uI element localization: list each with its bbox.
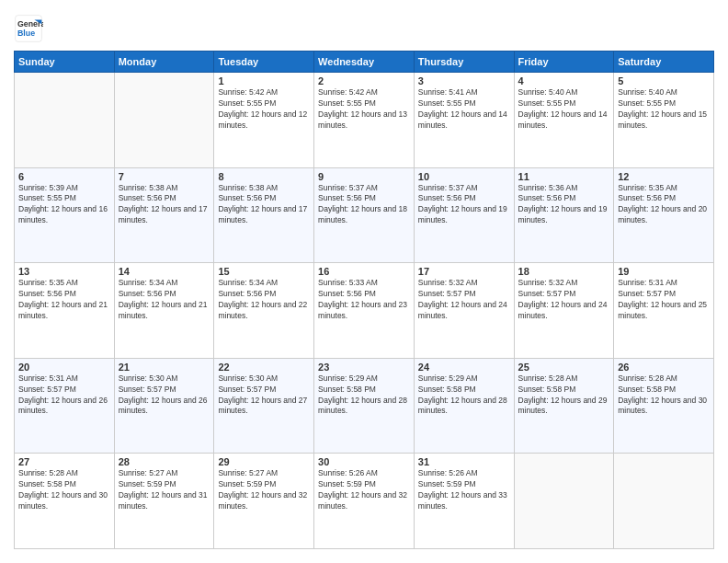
day-number: 9 [318,171,410,182]
day-detail: Sunrise: 5:34 AMSunset: 5:56 PMDaylight:… [119,278,210,322]
day-number: 26 [618,362,710,373]
logo-icon: General Blue [14,14,43,43]
calendar-cell: 3Sunrise: 5:41 AMSunset: 5:55 PMDaylight… [414,73,514,168]
day-number: 5 [618,75,710,86]
calendar-cell [114,73,214,168]
calendar-cell [15,73,115,168]
day-number: 3 [418,75,510,86]
day-number: 10 [418,171,510,182]
calendar-week-row-2: 6Sunrise: 5:39 AMSunset: 5:55 PMDaylight… [15,167,714,263]
page: General Blue SundayMondayTuesdayWednesda… [0,0,728,563]
calendar-cell: 17Sunrise: 5:32 AMSunset: 5:57 PMDayligh… [414,263,514,359]
calendar-cell: 25Sunrise: 5:28 AMSunset: 5:58 PMDayligh… [514,358,614,454]
calendar-header-tuesday: Tuesday [214,52,314,73]
day-detail: Sunrise: 5:28 AMSunset: 5:58 PMDaylight:… [518,373,610,418]
day-number: 22 [218,362,310,373]
svg-text:Blue: Blue [17,29,35,38]
day-detail: Sunrise: 5:27 AMSunset: 5:59 PMDaylight:… [218,468,310,512]
day-detail: Sunrise: 5:34 AMSunset: 5:56 PMDaylight:… [218,278,310,322]
day-detail: Sunrise: 5:30 AMSunset: 5:57 PMDaylight:… [119,373,210,418]
calendar-week-row-1: 1Sunrise: 5:42 AMSunset: 5:55 PMDaylight… [15,73,714,168]
day-detail: Sunrise: 5:42 AMSunset: 5:55 PMDaylight:… [218,87,310,132]
day-detail: Sunrise: 5:41 AMSunset: 5:55 PMDaylight:… [418,87,510,132]
calendar-cell: 12Sunrise: 5:35 AMSunset: 5:56 PMDayligh… [614,167,714,263]
day-number: 31 [418,456,510,467]
day-detail: Sunrise: 5:38 AMSunset: 5:56 PMDaylight:… [218,183,310,227]
calendar-header-monday: Monday [114,52,214,73]
day-number: 8 [218,171,310,182]
day-detail: Sunrise: 5:31 AMSunset: 5:57 PMDaylight:… [18,373,110,418]
calendar-cell: 20Sunrise: 5:31 AMSunset: 5:57 PMDayligh… [15,358,115,454]
calendar-cell: 22Sunrise: 5:30 AMSunset: 5:57 PMDayligh… [214,358,314,454]
calendar-week-row-3: 13Sunrise: 5:35 AMSunset: 5:56 PMDayligh… [15,263,714,359]
calendar-cell: 21Sunrise: 5:30 AMSunset: 5:57 PMDayligh… [114,358,214,454]
day-detail: Sunrise: 5:28 AMSunset: 5:58 PMDaylight:… [618,373,710,418]
day-detail: Sunrise: 5:30 AMSunset: 5:57 PMDaylight:… [218,373,310,418]
calendar-header-saturday: Saturday [614,52,714,73]
day-detail: Sunrise: 5:32 AMSunset: 5:57 PMDaylight:… [518,278,610,322]
day-number: 29 [218,456,310,467]
calendar-cell: 28Sunrise: 5:27 AMSunset: 5:59 PMDayligh… [114,454,214,549]
day-number: 21 [119,362,210,373]
calendar-cell: 5Sunrise: 5:40 AMSunset: 5:55 PMDaylight… [614,73,714,168]
calendar-cell: 18Sunrise: 5:32 AMSunset: 5:57 PMDayligh… [514,263,614,359]
day-number: 1 [218,75,310,86]
day-number: 14 [119,266,210,277]
calendar-cell: 31Sunrise: 5:26 AMSunset: 5:59 PMDayligh… [414,454,514,549]
day-detail: Sunrise: 5:28 AMSunset: 5:58 PMDaylight:… [18,468,110,512]
calendar-cell: 7Sunrise: 5:38 AMSunset: 5:56 PMDaylight… [114,167,214,263]
day-number: 7 [119,171,210,182]
calendar-cell: 19Sunrise: 5:31 AMSunset: 5:57 PMDayligh… [614,263,714,359]
day-detail: Sunrise: 5:26 AMSunset: 5:59 PMDaylight:… [418,468,510,512]
day-number: 12 [618,171,710,182]
calendar-header-friday: Friday [514,52,614,73]
calendar-cell: 11Sunrise: 5:36 AMSunset: 5:56 PMDayligh… [514,167,614,263]
day-detail: Sunrise: 5:37 AMSunset: 5:56 PMDaylight:… [318,183,410,227]
day-number: 2 [318,75,410,86]
day-detail: Sunrise: 5:26 AMSunset: 5:59 PMDaylight:… [318,468,410,512]
calendar-cell: 15Sunrise: 5:34 AMSunset: 5:56 PMDayligh… [214,263,314,359]
day-number: 24 [418,362,510,373]
calendar-cell: 1Sunrise: 5:42 AMSunset: 5:55 PMDaylight… [214,73,314,168]
calendar-header-sunday: Sunday [15,52,115,73]
day-detail: Sunrise: 5:37 AMSunset: 5:56 PMDaylight:… [418,183,510,227]
day-number: 6 [18,171,110,182]
day-detail: Sunrise: 5:32 AMSunset: 5:57 PMDaylight:… [418,278,510,322]
day-detail: Sunrise: 5:40 AMSunset: 5:55 PMDaylight:… [518,87,610,132]
calendar-cell: 30Sunrise: 5:26 AMSunset: 5:59 PMDayligh… [314,454,415,549]
day-number: 4 [518,75,610,86]
calendar-cell: 4Sunrise: 5:40 AMSunset: 5:55 PMDaylight… [514,73,614,168]
day-number: 28 [119,456,210,467]
calendar-cell: 8Sunrise: 5:38 AMSunset: 5:56 PMDaylight… [214,167,314,263]
calendar-header-wednesday: Wednesday [314,52,415,73]
calendar-cell: 27Sunrise: 5:28 AMSunset: 5:58 PMDayligh… [15,454,115,549]
day-number: 18 [518,266,610,277]
calendar-cell: 14Sunrise: 5:34 AMSunset: 5:56 PMDayligh… [114,263,214,359]
calendar-cell: 13Sunrise: 5:35 AMSunset: 5:56 PMDayligh… [15,263,115,359]
day-number: 25 [518,362,610,373]
calendar-cell: 23Sunrise: 5:29 AMSunset: 5:58 PMDayligh… [314,358,415,454]
day-detail: Sunrise: 5:29 AMSunset: 5:58 PMDaylight:… [318,373,410,418]
day-number: 23 [318,362,410,373]
day-detail: Sunrise: 5:35 AMSunset: 5:56 PMDaylight:… [18,278,110,322]
calendar-table: SundayMondayTuesdayWednesdayThursdayFrid… [14,51,714,549]
day-number: 17 [418,266,510,277]
day-detail: Sunrise: 5:31 AMSunset: 5:57 PMDaylight:… [618,278,710,322]
calendar-header-row: SundayMondayTuesdayWednesdayThursdayFrid… [15,52,714,73]
day-number: 27 [18,456,110,467]
day-number: 15 [218,266,310,277]
calendar-week-row-4: 20Sunrise: 5:31 AMSunset: 5:57 PMDayligh… [15,358,714,454]
calendar-cell: 26Sunrise: 5:28 AMSunset: 5:58 PMDayligh… [614,358,714,454]
calendar-cell [614,454,714,549]
calendar-cell: 2Sunrise: 5:42 AMSunset: 5:55 PMDaylight… [314,73,415,168]
day-number: 16 [318,266,410,277]
day-number: 11 [518,171,610,182]
day-detail: Sunrise: 5:27 AMSunset: 5:59 PMDaylight:… [119,468,210,512]
day-detail: Sunrise: 5:35 AMSunset: 5:56 PMDaylight:… [618,183,710,227]
calendar-cell: 16Sunrise: 5:33 AMSunset: 5:56 PMDayligh… [314,263,415,359]
calendar-cell: 6Sunrise: 5:39 AMSunset: 5:55 PMDaylight… [15,167,115,263]
calendar-header-thursday: Thursday [414,52,514,73]
day-detail: Sunrise: 5:33 AMSunset: 5:56 PMDaylight:… [318,278,410,322]
header: General Blue [14,14,714,43]
calendar-cell [514,454,614,549]
